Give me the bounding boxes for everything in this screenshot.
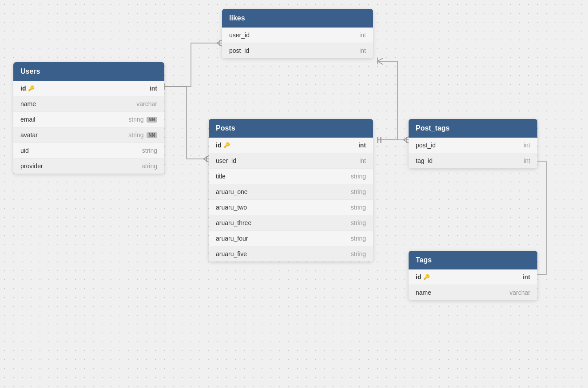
- tags-table-header: Tags: [409, 251, 537, 269]
- col-type: int: [359, 47, 366, 54]
- table-row: aruaru_four string: [209, 231, 373, 246]
- table-row: email string NN: [13, 112, 164, 127]
- col-type: int: [359, 157, 366, 164]
- nn-badge: NN: [147, 132, 157, 138]
- col-name: user_id: [229, 32, 250, 39]
- likes-table[interactable]: likes user_id int post_id int: [222, 9, 373, 58]
- users-title: Users: [20, 67, 40, 75]
- col-type: string: [128, 131, 143, 139]
- col-name: aruaru_three: [216, 219, 251, 226]
- post-tags-title: Post_tags: [416, 124, 449, 132]
- col-type: int: [523, 273, 530, 281]
- likes-table-header: likes: [222, 9, 373, 28]
- col-type: int: [359, 32, 366, 39]
- col-name: aruaru_one: [216, 188, 248, 195]
- key-icon: 🔑: [423, 274, 430, 280]
- key-icon: 🔑: [223, 142, 230, 148]
- table-row: name varchar: [13, 96, 164, 112]
- table-row: avatar string NN: [13, 127, 164, 143]
- table-row: id 🔑 int: [13, 81, 164, 96]
- col-type: string: [351, 250, 366, 257]
- col-name: title: [216, 173, 226, 180]
- posts-title: Posts: [216, 124, 235, 132]
- col-name: aruaru_five: [216, 250, 247, 257]
- table-row: aruaru_two string: [209, 200, 373, 215]
- posts-table-header: Posts: [209, 119, 373, 138]
- tags-table[interactable]: Tags id 🔑 int name varchar: [409, 251, 537, 300]
- col-name: id 🔑: [20, 85, 35, 92]
- table-row: user_id int: [222, 28, 373, 43]
- col-type: int: [524, 142, 530, 149]
- col-type: int: [358, 142, 366, 149]
- table-row: id 🔑 int: [409, 269, 537, 285]
- col-name: post_id: [416, 142, 436, 149]
- col-name: uid: [20, 147, 29, 154]
- users-table[interactable]: Users id 🔑 int name varchar email string…: [13, 62, 164, 174]
- table-row: title string: [209, 169, 373, 184]
- table-row: tag_id int: [409, 153, 537, 168]
- table-row: id 🔑 int: [209, 138, 373, 153]
- col-type: string: [128, 116, 143, 123]
- table-row: aruaru_one string: [209, 184, 373, 200]
- table-row: provider string: [13, 158, 164, 174]
- col-type: varchar: [136, 100, 157, 107]
- svg-line-13: [403, 140, 409, 143]
- svg-line-5: [203, 159, 209, 162]
- col-type: string: [351, 204, 366, 211]
- col-name: aruaru_four: [216, 235, 248, 242]
- col-type: int: [524, 157, 530, 164]
- col-name: post_id: [229, 47, 249, 54]
- col-type: varchar: [509, 289, 530, 296]
- col-type: string: [142, 147, 157, 154]
- svg-line-12: [403, 137, 409, 140]
- col-name: avatar: [20, 131, 38, 139]
- svg-line-1: [217, 40, 222, 43]
- col-name: provider: [20, 162, 43, 170]
- tags-title: Tags: [416, 256, 432, 264]
- table-row: uid string: [13, 143, 164, 158]
- col-type: string: [142, 162, 157, 170]
- table-row: post_id int: [222, 43, 373, 58]
- key-icon: 🔑: [28, 85, 35, 91]
- col-type: int: [150, 85, 157, 92]
- table-row: user_id int: [209, 153, 373, 169]
- diagram-canvas: Users id 🔑 int name varchar email string…: [0, 0, 588, 388]
- post-tags-table[interactable]: Post_tags post_id int tag_id int: [409, 119, 537, 168]
- col-name: id 🔑: [216, 142, 230, 149]
- col-name: user_id: [216, 157, 236, 164]
- users-table-header: Users: [13, 62, 164, 81]
- posts-table[interactable]: Posts id 🔑 int user_id int title string …: [209, 119, 373, 261]
- svg-line-2: [217, 43, 222, 46]
- table-row: aruaru_three string: [209, 215, 373, 231]
- col-name: aruaru_two: [216, 204, 247, 211]
- nn-badge: NN: [147, 117, 157, 123]
- table-row: aruaru_five string: [209, 246, 373, 261]
- col-type: string: [351, 188, 366, 195]
- table-row: post_id int: [409, 138, 537, 153]
- col-type: string: [351, 235, 366, 242]
- col-type: string: [351, 173, 366, 180]
- col-name: email: [20, 116, 35, 123]
- col-name: name: [20, 100, 36, 107]
- col-name: id 🔑: [416, 273, 430, 281]
- table-row: name varchar: [409, 285, 537, 300]
- svg-line-4: [203, 156, 209, 159]
- post-tags-table-header: Post_tags: [409, 119, 537, 138]
- col-name: name: [416, 289, 431, 296]
- likes-title: likes: [229, 14, 245, 22]
- col-name: tag_id: [416, 157, 433, 164]
- col-type: string: [351, 219, 366, 226]
